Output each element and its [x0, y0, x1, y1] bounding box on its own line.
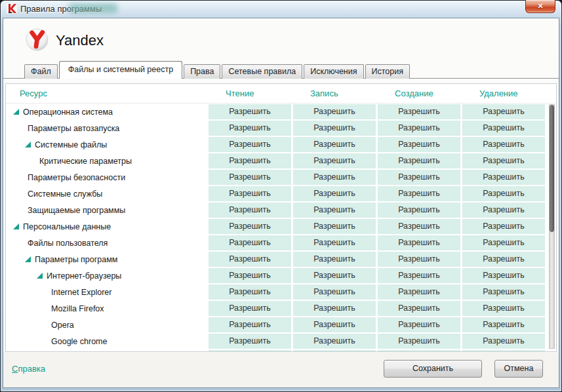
permission-button-clipped[interactable] [293, 350, 376, 352]
permission-button[interactable]: Разрешить [209, 137, 291, 152]
tree-expand-icon[interactable] [13, 224, 23, 229]
permission-button[interactable]: Разрешить [293, 219, 376, 234]
permission-button[interactable]: Разрешить [209, 235, 291, 250]
resource-cell[interactable]: Mozilla Firefox [6, 300, 209, 317]
permission-button[interactable]: Разрешить [462, 186, 545, 201]
permission-button[interactable]: Разрешить [209, 301, 291, 316]
permission-button[interactable]: Разрешить [293, 284, 376, 300]
permission-button[interactable]: Разрешить [378, 252, 460, 267]
tab-3[interactable]: Сетевые правила [222, 64, 302, 79]
permission-button[interactable]: Разрешить [378, 203, 460, 218]
tree-expand-icon[interactable] [25, 142, 35, 147]
tree-expand-icon[interactable] [13, 109, 23, 115]
permission-button[interactable]: Разрешить [378, 284, 460, 300]
help-link[interactable]: Справка [12, 364, 45, 374]
tab-4[interactable]: Исключения [304, 64, 363, 79]
resource-cell[interactable]: Персональные данные [6, 218, 209, 235]
permission-button[interactable]: Разрешить [378, 137, 460, 152]
resource-cell[interactable]: Системные файлы [6, 136, 209, 153]
permission-button[interactable]: Разрешить [209, 203, 291, 218]
permission-button[interactable]: Разрешить [293, 170, 376, 185]
permission-button[interactable]: Разрешить [378, 301, 460, 316]
permission-button[interactable]: Разрешить [378, 235, 460, 250]
permission-button[interactable]: Разрешить [462, 121, 545, 136]
close-button[interactable]: ✕ [525, 0, 555, 13]
permission-button[interactable]: Разрешить [293, 235, 376, 250]
permission-button[interactable]: Разрешить [209, 284, 291, 300]
permission-button[interactable]: Разрешить [293, 252, 376, 267]
permission-button[interactable]: Разрешить [462, 235, 545, 250]
permission-button[interactable]: Разрешить [209, 252, 291, 267]
tree-expand-icon[interactable] [25, 256, 35, 262]
permission-button[interactable]: Разрешить [293, 317, 376, 332]
permission-button[interactable]: Разрешить [462, 284, 545, 300]
permission-button[interactable]: Разрешить [209, 186, 291, 201]
save-button[interactable]: Сохранить [384, 360, 482, 378]
permission-button[interactable]: Разрешить [462, 334, 545, 349]
vertical-scrollbar[interactable] [549, 104, 555, 349]
permission-button[interactable]: Разрешить [378, 153, 460, 168]
tab-2[interactable]: Права [184, 64, 220, 79]
permission-button[interactable]: Разрешить [378, 104, 460, 119]
permission-button[interactable]: Разрешить [293, 301, 376, 316]
resource-label: Операционная система [23, 108, 113, 117]
permission-button[interactable]: Разрешить [378, 268, 460, 283]
permission-button[interactable]: Разрешить [209, 121, 291, 136]
tree-expand-icon[interactable] [37, 273, 47, 279]
permission-button[interactable]: Разрешить [378, 186, 460, 201]
tab-5[interactable]: История [365, 64, 410, 79]
permission-button[interactable]: Разрешить [378, 334, 460, 349]
resource-cell[interactable]: Internet Explorer [6, 284, 209, 300]
permission-button[interactable]: Разрешить [378, 170, 460, 185]
tab-0[interactable]: Файл [24, 64, 58, 79]
resource-cell[interactable]: Интернет-браузеры [6, 267, 209, 284]
resource-cell[interactable]: Параметры автозапуска [6, 120, 209, 136]
permission-button[interactable]: Разрешить [209, 104, 291, 119]
permission-button[interactable]: Разрешить [293, 121, 376, 136]
partial-row [6, 349, 556, 352]
permission-button[interactable]: Разрешить [378, 219, 460, 234]
permission-button[interactable]: Разрешить [209, 170, 291, 185]
permission-button[interactable]: Разрешить [462, 317, 545, 332]
permission-button[interactable]: Разрешить [293, 137, 376, 152]
resource-cell[interactable]: Параметры программ [6, 251, 209, 267]
resource-cell[interactable]: Системные службы [6, 186, 209, 202]
tab-1[interactable]: Файлы и системный реестр [59, 61, 182, 79]
cancel-button[interactable]: Отмена [494, 360, 543, 378]
permission-button[interactable]: Разрешить [378, 317, 460, 332]
permission-button[interactable]: Разрешить [462, 252, 545, 267]
permission-button[interactable]: Разрешить [293, 334, 376, 349]
permission-button[interactable]: Разрешить [462, 301, 545, 316]
permission-button[interactable]: Разрешить [462, 170, 545, 185]
permission-button[interactable]: Разрешить [378, 121, 460, 136]
resource-cell[interactable]: Файлы пользователя [6, 235, 209, 251]
permission-button[interactable]: Разрешить [209, 317, 291, 332]
resource-cell[interactable]: Google chrome [6, 333, 209, 349]
resource-cell[interactable]: Операционная система [6, 104, 209, 120]
permission-button[interactable]: Разрешить [462, 104, 545, 119]
resource-cell[interactable]: Параметры безопасности [6, 169, 209, 186]
permission-button[interactable]: Разрешить [293, 104, 376, 119]
permission-button[interactable]: Разрешить [209, 153, 291, 168]
permission-button[interactable]: Разрешить [462, 268, 545, 283]
resource-cell[interactable]: Критические параметры [6, 153, 209, 169]
permission-button[interactable]: Разрешить [462, 153, 545, 168]
permission-button[interactable]: Разрешить [293, 203, 376, 218]
permission-button-clipped[interactable] [209, 350, 291, 352]
scrollbar-thumb[interactable] [550, 105, 554, 232]
permission-button[interactable]: Разрешить [462, 203, 545, 218]
permission-button-clipped[interactable] [378, 350, 460, 352]
permission-button[interactable]: Разрешить [462, 137, 545, 152]
expanded-triangle-icon [13, 224, 19, 229]
resource-cell[interactable]: Защищаемые программы [6, 202, 209, 218]
permission-button[interactable]: Разрешить [462, 219, 545, 234]
permission-button[interactable]: Разрешить [293, 153, 376, 168]
permission-button[interactable]: Разрешить [293, 186, 376, 201]
permission-button[interactable]: Разрешить [209, 334, 291, 349]
permission-button[interactable]: Разрешить [209, 268, 291, 283]
resource-cell[interactable]: Opera [6, 317, 209, 333]
permission-button[interactable]: Разрешить [209, 219, 291, 234]
permission-button[interactable]: Разрешить [293, 268, 376, 283]
permission-button-clipped[interactable] [462, 350, 545, 352]
close-icon: ✕ [537, 2, 543, 10]
